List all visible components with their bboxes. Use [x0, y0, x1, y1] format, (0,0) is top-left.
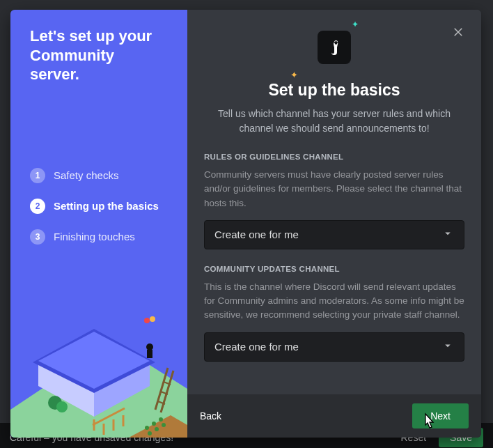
wrench-icon: [326, 39, 343, 56]
step-label: Finishing touches: [54, 231, 135, 242]
svg-point-26: [56, 401, 68, 412]
step-safety-checks[interactable]: 1 Safety checks: [30, 168, 168, 183]
svg-line-12: [164, 382, 171, 385]
updates-channel-select[interactable]: Create one for me: [204, 332, 464, 362]
svg-marker-2: [38, 360, 94, 417]
svg-point-6: [146, 343, 153, 350]
wizard-main: ✦ ✦ Set up the basics Tell us which chan…: [187, 10, 481, 438]
rules-channel-section: RULES OR GUIDELINES CHANNEL Community se…: [187, 153, 481, 249]
svg-line-10: [158, 401, 165, 404]
step-list: 1 Safety checks 2 Setting up the basics …: [30, 168, 168, 260]
section-description: Community servers must have clearly post…: [204, 168, 464, 210]
step-label: Setting up the basics: [54, 200, 159, 212]
svg-marker-3: [33, 329, 155, 393]
wizard-sidebar: Let's set up your Community server. 1 Sa…: [10, 10, 187, 438]
svg-point-19: [145, 426, 149, 430]
svg-marker-0: [10, 365, 187, 438]
sidebar-title: Let's set up your Community server.: [30, 26, 168, 84]
chevron-down-icon: [441, 227, 454, 242]
rules-channel-select[interactable]: Create one for me: [204, 220, 464, 249]
svg-point-21: [159, 417, 163, 422]
svg-line-9: [161, 371, 173, 412]
community-illustration: [10, 298, 187, 438]
section-description: This is the channel where Discord will s…: [204, 280, 464, 323]
step-finishing-touches[interactable]: 3 Finishing touches: [30, 229, 168, 245]
svg-point-20: [152, 422, 156, 426]
svg-marker-4: [33, 329, 155, 393]
svg-rect-7: [147, 350, 152, 358]
select-value: Create one for me: [214, 229, 299, 240]
svg-point-25: [48, 396, 62, 410]
step-label: Safety checks: [54, 169, 118, 181]
community-setup-modal: Let's set up your Community server. 1 Sa…: [10, 10, 481, 438]
main-subtitle: Tell us which channel has your server ru…: [209, 107, 460, 136]
step-number: 1: [30, 168, 45, 183]
hero: ✦ ✦ Set up the basics Tell us which chan…: [187, 10, 481, 153]
wrench-badge: [318, 31, 351, 64]
chevron-down-icon: [441, 339, 454, 354]
step-number: 3: [30, 229, 45, 245]
step-setting-up-basics[interactable]: 2 Setting up the basics: [30, 199, 168, 214]
svg-marker-5: [38, 332, 150, 389]
step-number: 2: [30, 199, 45, 214]
svg-line-8: [155, 368, 168, 410]
next-button[interactable]: Next: [412, 403, 469, 428]
svg-point-22: [148, 431, 152, 435]
svg-point-24: [162, 423, 166, 427]
svg-marker-1: [94, 360, 150, 417]
section-label: COMMUNITY UPDATES CHANNEL: [204, 265, 464, 273]
svg-point-28: [150, 316, 155, 322]
svg-point-27: [144, 318, 150, 323]
sparkle-icon: ✦: [290, 70, 298, 80]
svg-line-17: [93, 408, 125, 425]
wizard-footer: Back Next: [187, 394, 481, 438]
select-value: Create one for me: [214, 341, 299, 353]
back-button[interactable]: Back: [200, 410, 221, 422]
svg-marker-18: [129, 415, 187, 438]
svg-line-11: [161, 392, 168, 394]
updates-channel-section: COMMUNITY UPDATES CHANNEL This is the ch…: [187, 265, 481, 362]
sparkle-icon: ✦: [352, 20, 359, 29]
main-title: Set up the basics: [268, 81, 400, 100]
svg-point-23: [155, 427, 159, 431]
section-label: RULES OR GUIDELINES CHANNEL: [204, 153, 464, 161]
